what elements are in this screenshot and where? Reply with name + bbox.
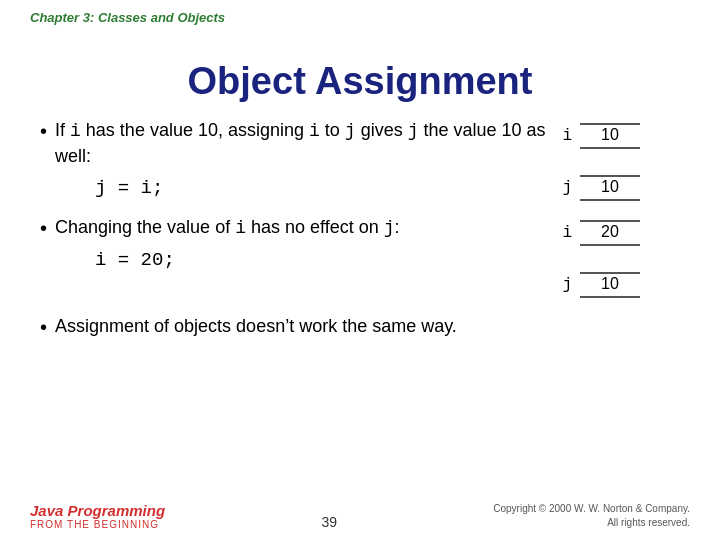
diagram2-j-label: j: [552, 276, 572, 294]
copyright-text: Copyright © 2000 W. W. Norton & Company.…: [493, 502, 690, 530]
bullet-2: • Changing the value of i has no effect …: [40, 215, 552, 241]
footer: Java Programming FROM THE BEGINNING 39 C…: [0, 502, 720, 530]
chapter-header: Chapter 3: Classes and Objects: [30, 10, 225, 25]
code-block-1: j = i;: [95, 177, 552, 199]
bullet-1: • If i has the value 10, assigning i to …: [40, 118, 552, 169]
diagram2-j-box: 10: [580, 272, 640, 298]
diagram2-i-label: i: [552, 224, 572, 242]
diagram1-i-box: 10: [580, 123, 640, 149]
diagram1-j-box: 10: [580, 175, 640, 201]
diagram2-i-box: 20: [580, 220, 640, 246]
diagram1-i-value: 10: [601, 126, 619, 144]
bullet-3-text: Assignment of objects doesn’t work the s…: [55, 314, 457, 339]
diagram1-j-value: 10: [601, 178, 619, 196]
from-beginning-label: FROM THE BEGINNING: [30, 519, 165, 530]
java-programming-label: Java Programming: [30, 502, 165, 519]
code-block-2: i = 20;: [95, 249, 552, 271]
bullet-icon-3: •: [40, 316, 47, 339]
bullet-3: • Assignment of objects doesn’t work the…: [40, 314, 680, 339]
diagram1-j-label: j: [552, 179, 572, 197]
diagram-2: i 20 j 10: [552, 220, 640, 304]
page-title: Object Assignment: [0, 40, 720, 103]
diagram1-i-label: i: [552, 127, 572, 145]
bullet-icon-2: •: [40, 217, 47, 240]
footer-left: Java Programming FROM THE BEGINNING: [30, 502, 165, 530]
bullet-icon-1: •: [40, 120, 47, 143]
bullet-1-text: If i has the value 10, assigning i to j …: [55, 118, 552, 169]
diagram2-i-value: 20: [601, 223, 619, 241]
diagram-1: i 10 j 10: [552, 123, 640, 207]
bullet-2-text: Changing the value of i has no effect on…: [55, 215, 400, 241]
page-number: 39: [321, 514, 337, 530]
diagram2-j-value: 10: [601, 275, 619, 293]
